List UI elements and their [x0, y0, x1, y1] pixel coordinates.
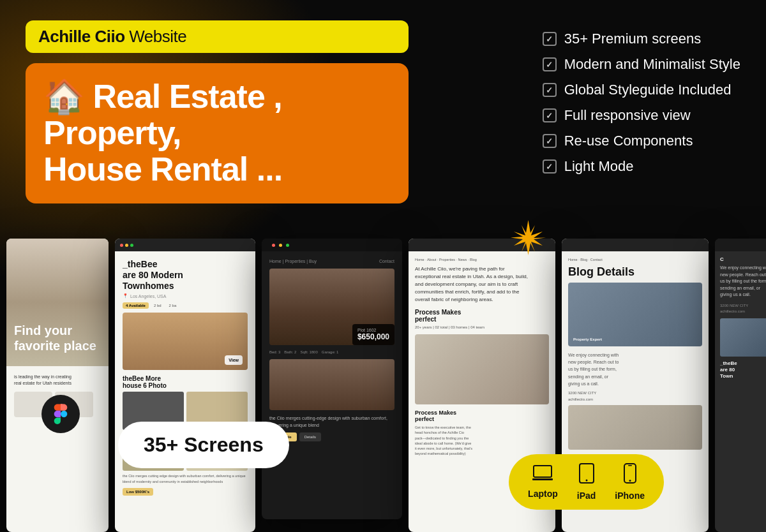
- screen3-secondary-image: [269, 359, 394, 410]
- screen3-topbar: [262, 239, 402, 251]
- screen6-topbar: [715, 239, 766, 251]
- screen3-detail-2: Bath: 2: [284, 350, 296, 354]
- screens-count-text: 35+ Screens: [144, 433, 264, 456]
- screen-3-mockup: Home | Properties | Buy Contact Plot 160…: [262, 239, 402, 519]
- screen6-email: achilleciio.com: [720, 309, 766, 313]
- svg-marker-0: [511, 220, 546, 255]
- screen3-price: $650,000: [357, 332, 389, 341]
- logo-badge: Achille Ciio Website: [26, 20, 409, 53]
- feature-item-5: Re-use Components: [543, 133, 740, 149]
- check-icon-4: [543, 108, 557, 122]
- features-list: 35+ Premium screens Modern and Minimalis…: [543, 31, 740, 175]
- svg-rect-7: [628, 465, 632, 466]
- logo-text: Achille Ciio Website: [38, 27, 186, 47]
- screen5-blog-title: Blog Details: [568, 265, 702, 279]
- screen5-person-photo: Property Expert: [568, 283, 702, 346]
- figma-icon: [41, 395, 80, 433]
- laptop-label: Laptop: [528, 489, 558, 499]
- screen3-details-row: Bed: 3 Bath: 2 Sqft: 1800 Garage: 1: [269, 350, 394, 354]
- check-icon-5: [543, 134, 557, 148]
- screen3-desc-area: the Ciio merges cutting-edge design with…: [269, 415, 394, 429]
- screen3-content: Home | Properties | Buy Contact Plot 160…: [262, 251, 402, 449]
- dot-yellow: [125, 244, 128, 247]
- screen1-leading: is leading the way in creatingreal estat…: [14, 374, 101, 387]
- screen6-content: C We enjoy connecting withnew people. Re…: [715, 251, 766, 385]
- screen2-sub-heading: theBee Morehouse 6 Photo: [123, 375, 248, 389]
- screen4-main-text: At Achille Ciio, we're paving the path f…: [415, 265, 549, 304]
- screen6-text: We enjoy connecting withnew people. Reac…: [720, 265, 766, 299]
- screen6-image: [720, 318, 766, 357]
- screen4-desc: Get to know the executive team, thehead …: [415, 425, 549, 457]
- screen4-nav: Home · About · Properties · News · Blog: [415, 258, 549, 262]
- screen5-topbar: [562, 239, 709, 251]
- screen4-stats: 20+ years | 02 total | 03 homes | 04 tea…: [415, 325, 549, 329]
- screen-6-mockup: C We enjoy connecting withnew people. Re…: [715, 239, 766, 532]
- screen5-blog-image: Property Expert: [568, 283, 702, 346]
- feature-item-4: Full responsive view: [543, 107, 740, 124]
- screen2-price-badge: Low $500K's: [123, 488, 153, 496]
- screen2-property-image: View: [123, 313, 248, 370]
- svg-rect-2: [532, 478, 553, 480]
- screen5-person-caption: Property Expert: [573, 337, 602, 341]
- screen4-content: Home · About · Properties · News · Blog …: [409, 251, 555, 463]
- check-icon-3: [543, 83, 557, 97]
- screen2-description: the Ciio merges cutting edge design with…: [123, 473, 248, 484]
- stat-1: 20+ years | 02 total | 03 homes | 04 tea…: [415, 325, 484, 329]
- screen4-image: [415, 334, 549, 404]
- dot-green: [130, 244, 133, 247]
- screen3-btn-2[interactable]: Details: [299, 432, 321, 441]
- screen5-email: achilleciio.com: [568, 397, 702, 401]
- figma-logo: [50, 404, 71, 424]
- screen3-desc: the Ciio merges cutting-edge design with…: [269, 415, 394, 429]
- header: Achille Ciio Website 🏠 Real Estate , Pro…: [26, 20, 409, 203]
- screen3-dot-red: [272, 244, 275, 247]
- screen3-nav-items: Home | Properties | Buy: [269, 259, 317, 263]
- iphone-button[interactable]: iPhone: [615, 463, 645, 501]
- screen4-nav-item: Home · About · Properties · News · Blog: [415, 258, 477, 262]
- feature-label-1: 35+ Premium screens: [564, 31, 702, 47]
- screen2-prop-text: View: [229, 358, 239, 362]
- screen1-find-text: Find yourfavorite place: [14, 323, 96, 353]
- feature-label-2: Modern and Minimalist Style: [564, 56, 740, 73]
- screen1-hero-text: Find yourfavorite place: [14, 323, 96, 353]
- svg-point-4: [585, 480, 587, 482]
- screen5-contact: We enjoy connecting withnew people. Reac…: [568, 351, 702, 387]
- screen6-initial: C: [720, 256, 766, 262]
- feature-label-3: Global Styleguide Included: [564, 82, 732, 98]
- screen5-content: Home · Blog · Contact Blog Details Prope…: [562, 251, 709, 480]
- screen2-stat-3: 2 ba: [167, 302, 179, 309]
- device-buttons-group[interactable]: Laptop iPad iPhone: [509, 454, 664, 510]
- screen5-city: 3200 NEW CITY: [568, 391, 702, 395]
- laptop-button[interactable]: Laptop: [528, 465, 558, 499]
- screens-count-label: 35+ Screens: [118, 422, 289, 468]
- hero-title: 🏠 Real Estate , Property, House Rental .…: [43, 78, 391, 188]
- screen2-stat-badge: 4 Available: [123, 302, 149, 309]
- screen2-stat-2: 2 bd: [151, 302, 164, 309]
- screen5-nav: Home · Blog · Contact: [568, 258, 702, 262]
- screen3-dot-green: [286, 244, 289, 247]
- screen3-detail-4: Garage: 1: [322, 350, 339, 354]
- screen4-process2: Process Makesperfect: [415, 410, 549, 422]
- screen3-topnav: Home | Properties | Buy Contact: [269, 259, 394, 263]
- screen3-cta: Contact: [379, 259, 394, 263]
- screen4-process1: Process Makesperfect: [415, 309, 549, 323]
- screen3-dot-yellow: [279, 244, 282, 247]
- laptop-icon: [532, 465, 553, 486]
- screen3-plot-id: Plot 1602: [357, 328, 389, 332]
- ipad-label: iPad: [577, 491, 596, 501]
- feature-item-2: Modern and Minimalist Style: [543, 56, 740, 73]
- feature-label-6: Light Mode: [564, 158, 634, 175]
- check-icon-2: [543, 57, 557, 71]
- screen3-detail-3: Sqft: 1800: [300, 350, 317, 354]
- feature-item-6: Light Mode: [543, 158, 740, 175]
- screen2-location: 📍 Los Angeles, USA: [123, 293, 248, 299]
- svg-rect-1: [534, 466, 552, 477]
- ipad-button[interactable]: iPad: [577, 463, 596, 501]
- screen2-heading: _theBeeare 80 ModernTownhomes: [123, 259, 248, 291]
- screen6-city: 3200 NEW CITY: [720, 304, 766, 307]
- screen1-hero-image: Find yourfavorite place: [6, 239, 109, 366]
- screen6-thebee-text: _theBeare 80Town: [720, 360, 766, 380]
- check-icon-6: [543, 159, 557, 174]
- dot-red: [120, 244, 123, 247]
- screen5-nav-items: Home · Blog · Contact: [568, 258, 603, 262]
